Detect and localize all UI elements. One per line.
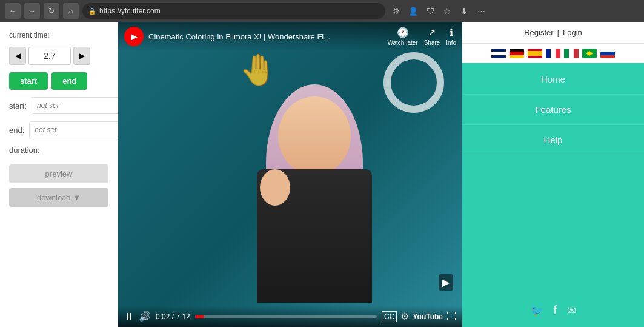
start-label: start:	[9, 101, 27, 110]
start-button[interactable]: start	[9, 72, 48, 90]
info-button[interactable]: ℹ Info	[446, 27, 456, 46]
screen-icon: ▶	[442, 277, 450, 288]
info-icon: ℹ	[450, 27, 453, 38]
facebook-icon[interactable]: f	[553, 303, 557, 317]
sidebar-footer: 🐦 f ✉	[462, 294, 644, 327]
time-input[interactable]	[28, 47, 71, 65]
download-browser-button[interactable]: ⬇	[457, 4, 471, 18]
url-bar[interactable]: 🔒 https://ytcutter.com	[82, 3, 385, 19]
share-button[interactable]: ↗ Share	[424, 27, 440, 46]
video-area: 🤚 ▶ Cinematic Coloring in Filmora X! | W…	[118, 22, 462, 327]
main-content: current time: ◀ ▶ start end start: end: …	[0, 22, 644, 327]
email-icon[interactable]: ✉	[567, 304, 576, 317]
flag-es[interactable]	[528, 49, 542, 58]
person-silhouette	[254, 96, 375, 303]
youtube-brand: YouTube	[413, 312, 443, 321]
forward-button[interactable]: →	[24, 3, 40, 19]
ring-light-decoration	[383, 52, 444, 113]
auth-separator: |	[557, 28, 559, 37]
flag-de[interactable]	[510, 49, 524, 58]
duration-label: duration:	[9, 146, 40, 155]
end-label: end:	[9, 126, 24, 135]
url-text: https://ytcutter.com	[99, 7, 161, 15]
sidebar-item-features[interactable]: Features	[462, 95, 644, 125]
screen-capture-button[interactable]: ▶	[439, 274, 453, 291]
video-container[interactable]: 🤚 ▶ Cinematic Coloring in Filmora X! | W…	[118, 22, 462, 327]
progress-bar[interactable]	[195, 315, 377, 318]
pause-button[interactable]: ⏸	[124, 311, 134, 322]
head-decoration	[278, 96, 351, 175]
time-increment-button[interactable]: ▶	[73, 47, 90, 65]
end-button[interactable]: end	[51, 72, 87, 90]
left-panel: current time: ◀ ▶ start end start: end: …	[0, 22, 118, 327]
watch-later-label: Watch later	[387, 39, 417, 46]
flag-gb[interactable]	[491, 49, 506, 58]
shield-button[interactable]: 🛡	[423, 4, 437, 18]
subtitles-button[interactable]: CC	[382, 311, 397, 322]
lock-icon: 🔒	[88, 8, 96, 15]
flag-ru[interactable]	[600, 49, 615, 58]
share-icon: ↗	[428, 27, 436, 38]
clock-icon: 🕐	[397, 27, 409, 38]
sidebar-nav: Home Features Help	[462, 64, 644, 155]
time-control: ◀ ▶	[9, 47, 108, 65]
video-title: Cinematic Coloring in Filmora X! | Wonde…	[148, 32, 382, 41]
share-label: Share	[424, 39, 440, 46]
preview-button[interactable]: preview	[9, 164, 108, 183]
browser-actions: ⚙ 👤 🛡 ☆ ⬇ ⋯	[389, 4, 488, 18]
refresh-button[interactable]: ↻	[44, 3, 59, 19]
right-sidebar: Register | Login Home Features Help	[462, 22, 644, 327]
watch-later-button[interactable]: 🕐 Watch later	[387, 27, 417, 46]
home-button[interactable]: ⌂	[63, 3, 79, 19]
profile-button[interactable]: 👤	[406, 4, 420, 18]
video-top-icons: 🕐 Watch later ↗ Share ℹ Info	[387, 27, 456, 46]
start-field-row: start:	[9, 97, 108, 114]
end-field-row: end:	[9, 121, 108, 138]
current-time-label: current time:	[9, 31, 108, 39]
shoulder-left	[260, 169, 290, 206]
info-label: Info	[446, 39, 456, 46]
sidebar-item-home[interactable]: Home	[462, 64, 644, 95]
register-link[interactable]: Register	[524, 28, 553, 37]
total-time: 7:12	[176, 312, 190, 321]
mute-button[interactable]: 🔊	[139, 311, 151, 322]
video-controls-bar: ⏸ 🔊 0:02 / 7:12 CC ⚙ YouTube ⛶	[118, 306, 462, 327]
video-header-overlay: ▶ Cinematic Coloring in Filmora X! | Won…	[118, 22, 462, 51]
flag-br[interactable]	[582, 49, 597, 58]
video-right-controls: CC ⚙ YouTube ⛶	[382, 311, 456, 322]
start-end-buttons: start end	[9, 72, 108, 90]
duration-row: duration:	[9, 146, 108, 155]
sidebar-flags	[462, 44, 644, 64]
back-button[interactable]: ←	[5, 3, 21, 19]
end-input[interactable]	[29, 121, 131, 138]
sidebar-item-help[interactable]: Help	[462, 125, 644, 155]
yellow-hand-decoration: 🤚	[239, 52, 277, 87]
youtube-logo: ▶	[124, 27, 144, 46]
browser-chrome: ← → ↻ ⌂ 🔒 https://ytcutter.com ⚙ 👤 🛡 ☆ ⬇…	[0, 0, 644, 22]
current-time: 0:02	[156, 312, 170, 321]
flag-fr[interactable]	[546, 49, 560, 58]
time-decrement-button[interactable]: ◀	[9, 47, 26, 65]
download-button[interactable]: download ▼	[9, 188, 108, 207]
extensions-button[interactable]: ⚙	[389, 4, 403, 18]
sidebar-auth-bar: Register | Login	[462, 22, 644, 44]
progress-fill	[195, 315, 204, 318]
settings-button[interactable]: ⚙	[400, 311, 409, 322]
time-display: 0:02 / 7:12	[156, 312, 190, 321]
twitter-icon[interactable]: 🐦	[530, 304, 543, 317]
flag-it[interactable]	[564, 49, 579, 58]
login-link[interactable]: Login	[563, 28, 582, 37]
fullscreen-button[interactable]: ⛶	[446, 311, 456, 322]
more-button[interactable]: ⋯	[474, 4, 488, 18]
star-button[interactable]: ☆	[440, 4, 454, 18]
